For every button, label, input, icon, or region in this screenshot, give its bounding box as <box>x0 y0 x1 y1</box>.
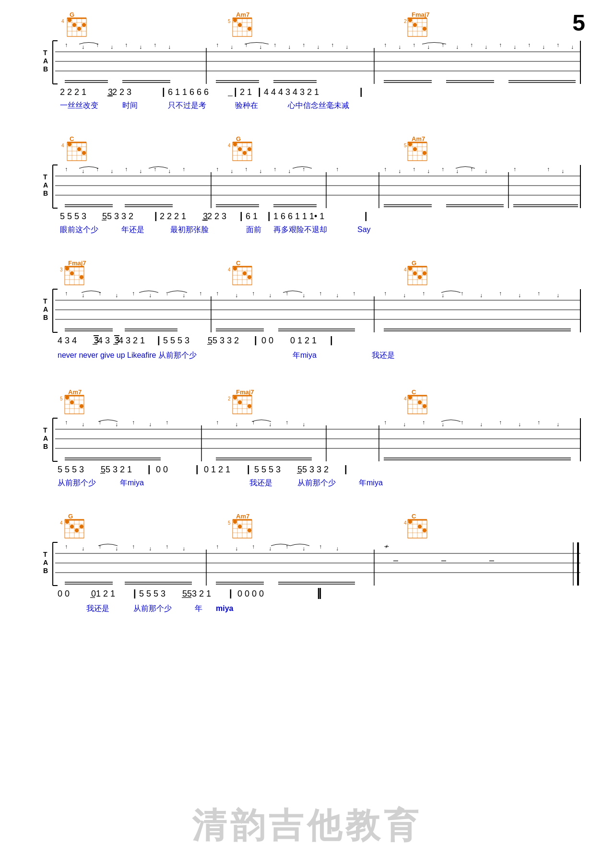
svg-text:↓: ↓ <box>259 168 262 175</box>
chord-g-label-5: G <box>68 513 73 520</box>
svg-text:|: | <box>154 211 157 221</box>
svg-text:↓: ↓ <box>302 545 305 552</box>
num-s4: 5 5 5 3 <box>58 465 84 474</box>
svg-text:年还是: 年还是 <box>121 225 144 234</box>
svg-text:A: A <box>43 305 48 313</box>
tab-t-1: T <box>43 49 47 57</box>
svg-point-36 <box>423 27 426 31</box>
svg-point-223 <box>70 271 74 275</box>
svg-text:↓: ↓ <box>82 545 84 552</box>
svg-text:再多艰险不退却: 再多艰险不退却 <box>273 225 327 234</box>
svg-text:↓: ↓ <box>427 44 430 50</box>
svg-text:|: | <box>234 86 237 97</box>
svg-text:↑: ↑ <box>273 42 276 48</box>
svg-point-343 <box>238 400 242 404</box>
svg-text:↓: ↓ <box>561 168 564 175</box>
svg-point-35 <box>413 23 417 27</box>
page: 5 G 4 Am7 5 <box>0 0 614 868</box>
svg-text:↓: ↓ <box>168 168 171 175</box>
svg-text:↓: ↓ <box>456 44 459 50</box>
svg-text:↑: ↑ <box>98 419 101 426</box>
svg-text:↑: ↑ <box>537 419 540 426</box>
svg-text:↓: ↓ <box>302 421 305 428</box>
svg-text:T: T <box>43 173 47 181</box>
svg-text:B: B <box>43 189 48 197</box>
svg-text:4: 4 <box>404 520 407 526</box>
svg-text:T: T <box>43 551 47 558</box>
svg-text:B: B <box>43 314 48 321</box>
svg-text:5  5  5  3: 5 5 5 3 <box>163 336 189 345</box>
svg-text:2: 2 <box>228 396 231 401</box>
svg-text:–: – <box>489 555 494 565</box>
svg-text:验种在: 验种在 <box>235 101 258 109</box>
svg-text:↓: ↓ <box>230 44 233 50</box>
svg-point-429 <box>80 525 83 528</box>
svg-point-110 <box>82 151 86 155</box>
svg-text:↓: ↓ <box>269 545 272 552</box>
svg-text:↑: ↑ <box>216 290 219 297</box>
strum-7: ↑ <box>154 42 156 48</box>
svg-text:↑: ↑ <box>413 166 415 173</box>
lyrics-s2: 眼前这个少 <box>60 225 98 234</box>
strum-3: ↑ <box>96 42 99 48</box>
svg-text:年miya: 年miya <box>359 479 383 487</box>
svg-text:↑: ↑ <box>537 290 540 297</box>
svg-text:↓: ↓ <box>518 292 521 299</box>
svg-text:↓: ↓ <box>302 292 305 299</box>
svg-point-108 <box>68 142 71 146</box>
svg-point-224 <box>80 275 83 279</box>
svg-text:0  1  2  1: 0 1 2 1 <box>204 465 230 474</box>
chord-am7-label-2: Am7 <box>412 135 425 142</box>
section-4-svg: Am7 5 Fmaj7 2 <box>29 387 585 497</box>
svg-point-34 <box>408 18 412 22</box>
svg-point-342 <box>233 396 237 399</box>
svg-text:↓: ↓ <box>235 292 238 299</box>
svg-text:↑: ↑ <box>384 166 387 173</box>
svg-text:4: 4 <box>404 396 407 401</box>
svg-text:|: | <box>258 86 261 97</box>
svg-text:↓: ↓ <box>110 168 113 175</box>
svg-text:4: 4 <box>228 267 231 272</box>
svg-text:面前: 面前 <box>246 225 261 234</box>
svg-text:↑: ↑ <box>422 419 425 426</box>
lyrics-s4: 从前那个少 <box>58 479 96 487</box>
num-s3: 4 3 4 <box>58 336 77 345</box>
svg-text:↓: ↓ <box>556 421 559 428</box>
svg-text:B: B <box>43 567 48 575</box>
svg-text:|: | <box>148 464 151 474</box>
svg-point-356 <box>418 400 422 404</box>
svg-text:↑: ↑ <box>336 166 339 173</box>
svg-text:↓: ↓ <box>115 421 118 428</box>
svg-text:↑: ↑ <box>65 290 68 297</box>
svg-text:↑: ↑ <box>165 543 168 550</box>
svg-text:时间: 时间 <box>122 101 138 109</box>
svg-text:|: | <box>254 335 257 345</box>
svg-text:只不过是考: 只不过是考 <box>168 101 206 109</box>
svg-text:↓: ↓ <box>398 44 401 50</box>
svg-text:最初那张脸: 最初那张脸 <box>170 225 209 234</box>
chord-fmaj7-label-1: Fmaj7 <box>412 11 430 18</box>
svg-text:↑: ↑ <box>513 166 516 173</box>
strum-1: ↑ <box>65 42 68 48</box>
svg-point-330 <box>70 400 74 404</box>
svg-text:6  1: 6 1 <box>246 211 258 221</box>
svg-text:|: | <box>365 211 367 221</box>
svg-text:↑: ↑ <box>252 419 255 426</box>
svg-text:0: 0 <box>91 589 96 598</box>
chord-fmaj7-label-3: Fmaj7 <box>68 259 86 267</box>
svg-text:4  4  4  3  4  3  2  1: 4 4 4 3 4 3 2 1 <box>264 87 319 97</box>
svg-text:5: 5 <box>228 520 231 526</box>
svg-text:1  2  1: 1 2 1 <box>96 589 115 598</box>
svg-point-251 <box>418 275 422 279</box>
svg-text:0  1  2  1: 0 1 2 1 <box>290 336 317 345</box>
svg-text:年miya: 年miya <box>293 351 317 359</box>
svg-text:↓: ↓ <box>403 421 406 428</box>
svg-text:–: – <box>441 555 446 565</box>
svg-text:↑: ↑ <box>319 543 322 550</box>
svg-text:↓: ↓ <box>427 168 430 175</box>
svg-point-124 <box>243 151 247 155</box>
svg-text:↑: ↑ <box>132 290 135 297</box>
svg-point-24 <box>248 27 251 31</box>
svg-text:5  3  3  2: 5 3 3 2 <box>107 211 133 221</box>
svg-text:5: 5 <box>404 143 407 148</box>
